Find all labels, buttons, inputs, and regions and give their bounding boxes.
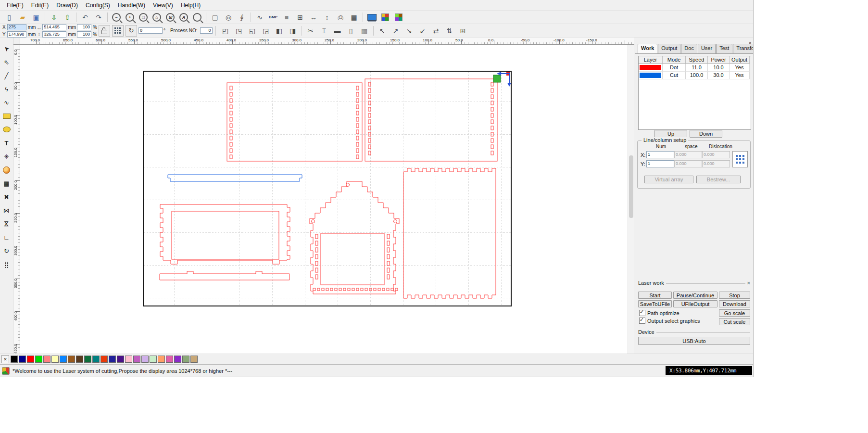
origin-top-right-button[interactable]: ↗ xyxy=(390,25,402,37)
star-tool[interactable]: ✳ xyxy=(0,150,13,163)
laser-work-close-icon[interactable]: × xyxy=(747,280,750,286)
palette-color-11[interactable] xyxy=(101,356,108,363)
scale-y-input[interactable]: 100 xyxy=(77,31,91,38)
column-header-power[interactable]: Power xyxy=(708,56,730,64)
array-tool[interactable]: ▦ xyxy=(0,177,13,190)
tab-work[interactable]: Work xyxy=(638,44,657,53)
y-dislocation-input[interactable]: 0.000 xyxy=(702,160,730,167)
undo-button[interactable]: ↶ xyxy=(79,11,91,24)
pick-shape-button[interactable]: ▢ xyxy=(209,11,221,24)
anchor-point-button[interactable] xyxy=(112,25,124,37)
column-header-speed[interactable]: Speed xyxy=(686,56,708,64)
array-preview-button[interactable] xyxy=(732,151,748,167)
pan-button[interactable] xyxy=(191,11,203,24)
menu-view[interactable]: View(V) xyxy=(149,1,177,10)
go-scale-button[interactable]: Go scale xyxy=(719,309,750,317)
zoom-all-button[interactable]: ⊡ xyxy=(164,11,176,24)
import-button[interactable]: ⇩ xyxy=(48,11,60,24)
tab-output[interactable]: Output xyxy=(658,44,680,53)
zoom-out-button[interactable]: − xyxy=(110,11,123,24)
canvas[interactable] xyxy=(20,45,634,354)
layer-down-button[interactable]: Down xyxy=(690,130,722,138)
mirror-horizontal-tool[interactable]: ⋈ xyxy=(0,204,13,216)
column-header-output[interactable]: Output xyxy=(730,56,750,64)
palette-color-18[interactable] xyxy=(158,356,165,363)
dither-1-button[interactable] xyxy=(379,11,391,24)
origin-swap-v-button[interactable]: ⇅ xyxy=(443,25,456,37)
preview-button[interactable] xyxy=(365,11,378,24)
palette-color-3[interactable] xyxy=(35,356,42,363)
palette-color-10[interactable] xyxy=(92,356,100,363)
select-tool[interactable]: ➤ xyxy=(0,42,13,55)
page-area[interactable] xyxy=(143,71,512,306)
align-center-v-button[interactable]: ◨ xyxy=(287,25,299,37)
open-file-button[interactable]: ▰ xyxy=(16,11,29,24)
grid-array-button[interactable]: ▦ xyxy=(358,25,371,37)
palette-color-22[interactable] xyxy=(190,356,198,363)
palette-color-19[interactable] xyxy=(166,356,173,363)
h-ruler[interactable]: 700.0650.0600.0550.0500.0450.0400.0350.0… xyxy=(20,38,634,45)
text-tool[interactable]: T xyxy=(0,137,13,149)
palette-color-13[interactable] xyxy=(117,356,124,363)
palette-color-6[interactable] xyxy=(60,356,67,363)
tab-transform[interactable]: Transform xyxy=(733,44,754,53)
align-top-button[interactable]: ◱ xyxy=(246,25,259,37)
y-space-input[interactable]: 0.000 xyxy=(674,160,702,167)
angle-input[interactable]: 0 xyxy=(138,27,163,34)
palette-color-4[interactable] xyxy=(43,356,50,363)
ellipse-tool[interactable] xyxy=(0,123,13,136)
outline-bar-button[interactable]: ▯ xyxy=(345,25,357,37)
align-center-h-button[interactable]: ◧ xyxy=(273,25,286,37)
palette-color-9[interactable] xyxy=(84,356,91,363)
layer-row[interactable]: Dot11.010.0Yes xyxy=(639,64,751,72)
rotate-button[interactable]: ↻ xyxy=(126,25,137,37)
dimension-v-button[interactable]: ↕ xyxy=(321,11,333,24)
zoom-window-button[interactable]: □ xyxy=(137,11,150,24)
column-header-mode[interactable]: Mode xyxy=(663,56,686,64)
trim-button[interactable]: ✂ xyxy=(304,25,317,37)
bezier-tool[interactable]: ∿ xyxy=(0,96,13,109)
menu-edit[interactable]: Edit(E) xyxy=(27,1,53,10)
origin-bottom-right-button[interactable]: ↘ xyxy=(403,25,415,37)
start-button[interactable]: Start xyxy=(638,292,672,299)
layer-up-button[interactable]: Up xyxy=(654,130,687,138)
pause-continue-button[interactable]: Pause/Continue xyxy=(673,292,717,299)
palette-color-15[interactable] xyxy=(133,356,140,363)
array-output-tool[interactable]: ⣿ xyxy=(0,258,13,270)
usb-auto-button[interactable]: USB:Auto xyxy=(638,337,750,345)
image-tool[interactable] xyxy=(0,164,13,176)
origin-center-button[interactable]: ⊞ xyxy=(457,25,469,37)
zoom-page-button[interactable]: ⌂ xyxy=(151,11,163,24)
x-dislocation-input[interactable]: 0.000 xyxy=(702,151,730,158)
mirror-vertical-tool[interactable]: ⋈ xyxy=(0,217,13,230)
align-bottom-button[interactable]: ◲ xyxy=(260,25,272,37)
data-check-button[interactable]: ▦ xyxy=(348,11,360,24)
align-left-button[interactable]: ◰ xyxy=(219,25,232,37)
menu-draw[interactable]: Draw(D) xyxy=(52,1,82,10)
origin-top-left-button[interactable]: ↖ xyxy=(376,25,389,37)
palette-color-5[interactable] xyxy=(51,356,59,363)
tab-doc[interactable]: Doc xyxy=(681,44,697,53)
menu-handle[interactable]: Handle(W) xyxy=(114,1,149,10)
palette-color-14[interactable] xyxy=(125,356,132,363)
fill-bar-button[interactable]: ▬ xyxy=(331,25,344,37)
ufile-output-button[interactable]: UFileOutput xyxy=(673,300,717,307)
lasso-select-button[interactable]: ∮ xyxy=(236,11,248,24)
line-tool[interactable]: ╱ xyxy=(0,69,13,82)
x-space-input[interactable]: 0.000 xyxy=(674,151,702,158)
zoom-select-button[interactable]: A xyxy=(177,11,190,24)
menu-help[interactable]: Help(H) xyxy=(177,1,204,10)
polyline-tool[interactable]: ϟ xyxy=(0,83,13,95)
no-color-swatch[interactable]: ✕ xyxy=(1,355,9,363)
width-input[interactable]: 514.465 xyxy=(42,24,66,30)
curve-smooth-button[interactable]: ∿ xyxy=(253,11,266,24)
center-snap-button[interactable]: ◎ xyxy=(222,11,235,24)
scrollbar-thumb[interactable] xyxy=(629,155,633,218)
bmp-tool-button[interactable]: BMP xyxy=(267,11,279,24)
print-button[interactable]: ⎙ xyxy=(334,11,347,24)
x-position-input[interactable]: 275 xyxy=(7,24,26,30)
palette-color-17[interactable] xyxy=(150,356,157,363)
menu-config[interactable]: Config(S) xyxy=(82,1,114,10)
palette-color-21[interactable] xyxy=(182,356,189,363)
rotate-tool[interactable]: ↻ xyxy=(0,244,13,257)
